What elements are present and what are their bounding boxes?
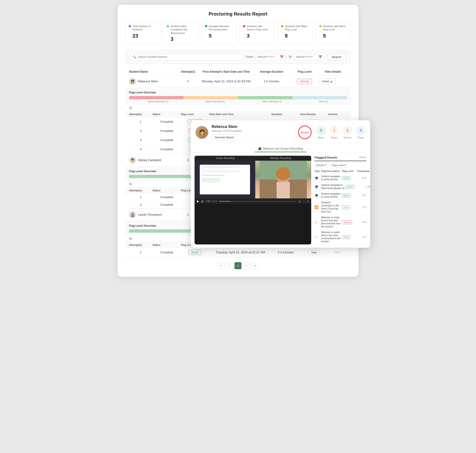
overlay-stat-circle: 1 <box>330 126 339 135</box>
col-attempts: Attempt(s) <box>176 70 200 73</box>
stat-label-row: Students with Severe Flag Level <box>243 25 271 31</box>
video-speed[interactable]: 1x <box>298 200 301 203</box>
stat-label-row: Students Who Completed the Assessment <box>167 25 195 35</box>
stat-dot <box>243 25 245 27</box>
close-button[interactable]: Close ▲ <box>319 78 336 85</box>
calendar-icon-from[interactable]: 📅 <box>280 55 284 59</box>
video-labels: Screen Recording Webcam Recording <box>195 156 311 161</box>
overlay-tab-row: 🎥 Webcam and Screen Recording <box>191 143 370 152</box>
video-controls[interactable]: ▶ 🔊 0:00 / 2:13 1x ⛶ ⬇ <box>195 198 311 204</box>
svg-rect-3 <box>277 182 290 198</box>
event-timestamp: 1:02 <box>357 194 367 197</box>
play-button[interactable]: ▶ <box>197 200 199 203</box>
att-status: Complete <box>152 148 181 151</box>
from-label: From: <box>246 55 253 58</box>
progress-bar[interactable] <box>219 201 296 202</box>
event-timestamp: 0:38 <box>357 177 367 179</box>
stat-value: 23 <box>129 33 157 39</box>
event-desc: Webcam or audio device has been disconne… <box>321 216 341 228</box>
att-col-num: Attempt(s) <box>129 243 152 246</box>
event-desc: Webcam or audio device has been reconnec… <box>321 231 341 243</box>
overlay-header: 👩 Rebecca Stein Attempt: 3/3 (Complete) … <box>191 120 370 143</box>
calendar-icon-to[interactable]: 📅 <box>318 55 322 59</box>
download-icon[interactable]: ⬇ <box>307 200 309 203</box>
page-1[interactable]: 1 <box>234 262 242 269</box>
flag-bar-container <box>129 96 347 99</box>
webcam-icon: 🎥 <box>258 147 262 150</box>
stat-card-4: Students with Major Flag Level 8 <box>277 22 313 45</box>
flag-bar-label: None (1) <box>319 100 328 103</box>
filter-icon[interactable]: ⚙ <box>129 237 132 241</box>
flag-bar-label: Minor Attempts (1) <box>263 100 282 103</box>
stat-dot <box>319 25 322 27</box>
page-prev[interactable]: ‹ <box>226 262 233 269</box>
att-num: 3 <box>129 138 152 142</box>
student-name: Rebecca Stein <box>138 79 158 83</box>
student-name-cell: 👩‍🦰 Laurie Thompson <box>129 211 176 218</box>
search-bar: 🔍 From: 📅 To: 📅 Search <box>125 50 351 64</box>
filter-icon-row[interactable]: ⚙ <box>125 105 351 111</box>
att-flag-badge: Minor <box>188 250 202 255</box>
table-header: Student Name Attempt(s) First Attempt's … <box>125 68 351 76</box>
overlay-stat-circle: 3 <box>316 126 326 135</box>
generate-report-btn[interactable]: Generate Report <box>212 134 237 140</box>
stat-label-row: Average Attempts Per Assessment <box>205 25 233 31</box>
page-last[interactable]: » <box>252 262 259 269</box>
flag-level-filter[interactable]: Flag Level ▾ <box>330 163 348 168</box>
tab-webcam-screen[interactable]: 🎥 Webcam and Screen Recording <box>255 146 306 152</box>
avatar: 👩‍🦰 <box>129 211 136 218</box>
overlay-stats: Severe 3 Minor 1 Major 1 Severe 4 Flags <box>298 126 366 139</box>
event-desc: Student's connection to the Verity Cloud… <box>321 201 341 213</box>
stats-row: Total Number of Students 23 Students Who… <box>125 22 351 45</box>
att-flag: Minor <box>181 250 209 255</box>
severity-circle: Severe <box>298 126 312 139</box>
stat-card-1: Students Who Completed the Assessment 3 <box>163 22 198 45</box>
stat-card-5: Students with Minor Flag Level 5 <box>316 22 351 45</box>
video-time: 0:00 / 2:13 <box>206 200 217 203</box>
event-flag: Severe <box>342 220 356 224</box>
flagged-panel: Flagged Events None: Events ▾ Flag Level… <box>315 156 367 244</box>
view-results-btn[interactable]: View <box>308 250 320 255</box>
event-flag: None <box>342 205 356 209</box>
stat-value: 3 <box>243 33 271 39</box>
events-filter[interactable]: Events ▾ <box>315 163 328 168</box>
stat-label: Total Number of Students <box>132 25 157 31</box>
volume-icon[interactable]: 🔊 <box>201 200 204 203</box>
page-first[interactable]: « <box>217 262 224 269</box>
attempt-row: 1 Complete Minor Tuesday, April 23, 2024… <box>125 248 351 257</box>
avatar: 👨 <box>129 157 136 164</box>
stat-label: Students with Minor Flag Level <box>323 25 347 31</box>
att-col-flag: Flag Level <box>181 113 209 116</box>
att-col-date: Start Date and Time <box>209 113 272 116</box>
search-button[interactable]: Search <box>327 54 346 60</box>
event-flag-badge: Minor <box>342 194 351 198</box>
event-icon: 💻 <box>315 193 320 197</box>
page-next[interactable]: › <box>243 262 250 269</box>
filter-icon[interactable]: ⚙ <box>129 182 132 186</box>
to-date-input[interactable] <box>296 56 317 58</box>
event-row: ◇ Webcam or audio device has been discon… <box>315 215 367 230</box>
screen-line-3 <box>202 171 239 172</box>
overlay-avatar-img: 👩 <box>195 126 208 139</box>
stat-label-row: Students with Major Flag Level <box>281 25 309 31</box>
search-input[interactable] <box>138 55 241 58</box>
event-icon: ✓ <box>315 235 320 239</box>
filter-row: Events ▾ Flag Level ▾ <box>315 163 367 168</box>
event-row: 💻 Student navigated to verity://home/ Mi… <box>315 191 367 200</box>
page-title: Proctoring Results Report <box>125 11 351 17</box>
fullscreen-icon[interactable]: ⛶ <box>303 200 305 203</box>
webcam-recording-label: Webcam Recording <box>253 157 308 160</box>
flag-overview-section: Flag Level Overview Severe Attempts (1)M… <box>125 87 351 105</box>
att-status: Complete <box>152 129 181 133</box>
att-view-results: View <box>300 250 328 255</box>
event-row: 💻 Student navigated to https://www.googl… <box>315 182 367 191</box>
att-actions[interactable]: ••• <box>328 251 347 254</box>
col-student-name: Student Name <box>129 70 176 73</box>
filter-icon[interactable]: ⚙ <box>129 106 132 110</box>
overlay-stat-label: Flags <box>356 136 366 139</box>
att-col-duration: Duration <box>272 113 300 116</box>
stat-value: 3 <box>167 36 195 42</box>
event-desc: Student navigated to verity://home/ <box>321 192 341 198</box>
att-status: Complete <box>152 203 181 206</box>
from-date-input[interactable] <box>258 56 279 58</box>
